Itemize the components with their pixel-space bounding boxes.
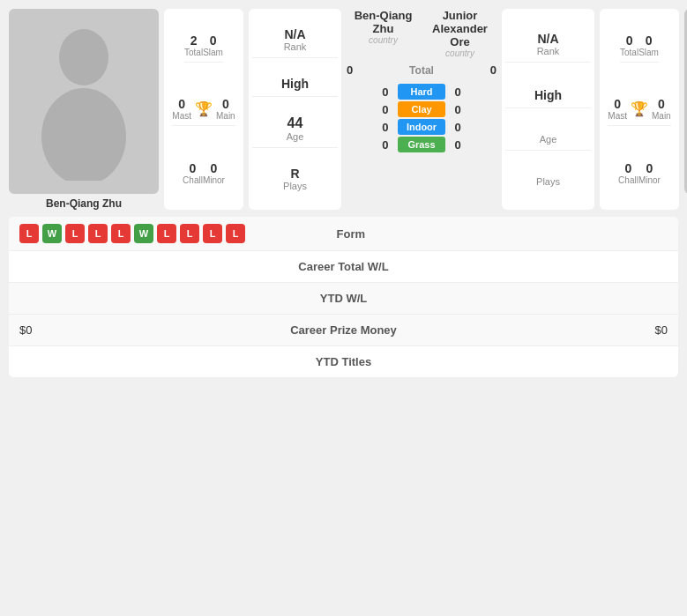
left-chall-stat: 0 Chall [183, 161, 203, 185]
right-stats-chall-minor: 0 Chall 0 Minor [618, 157, 661, 189]
surface-score-right-2: 0 [449, 121, 467, 134]
svg-point-0 [59, 29, 108, 85]
form-row: LWLLLWLLLL Form [9, 217, 678, 251]
right-main-value: 0 [658, 97, 665, 111]
top-section: Ben-Qiang Zhu 2 Total 0 Slam 0 Mast [9, 9, 678, 210]
form-label: Form [245, 227, 457, 241]
center-player-names: Ben-Qiang Zhu country Junior Alexander O… [347, 9, 497, 58]
left-main-value: 0 [222, 97, 229, 111]
right-rank-value: N/A [537, 32, 558, 46]
surface-rows: 0 Hard 0 0 Clay 0 0 Indoor 0 0 Grass 0 [377, 82, 467, 154]
surface-score-right-3: 0 [449, 138, 467, 152]
surface-score-left-2: 0 [377, 121, 394, 134]
ytd-titles-label: YTD Titles [19, 355, 668, 368]
form-badge-3: L [88, 224, 108, 243]
form-badge-8: L [203, 224, 222, 243]
left-minor-stat: 0 Minor [203, 161, 225, 185]
right-chall-value: 0 [625, 161, 632, 175]
center-right-name: Junior Alexander Ore country [423, 9, 497, 58]
form-badge-9: L [226, 224, 245, 243]
left-mast-value: 0 [178, 97, 185, 111]
ytd-titles-row: YTD Titles [9, 346, 678, 377]
surface-badge-hard: Hard [398, 84, 445, 100]
left-plays-value: R [290, 167, 299, 181]
left-chall-label: Chall [183, 175, 203, 185]
left-rank-value: N/A [284, 27, 305, 41]
left-slam-value: 0 [210, 33, 217, 48]
right-mast-stat: 0 Mast [608, 97, 627, 121]
left-high-section: High [252, 71, 338, 97]
left-age-label: Age [287, 131, 304, 142]
ytd-wl-row: YTD W/L [9, 283, 678, 315]
right-mast-value: 0 [614, 97, 621, 111]
left-mast-stat: 0 Mast [172, 97, 191, 121]
right-high-section: High [505, 83, 591, 108]
left-stats-mast-main: 0 Mast 🏆 0 Main [172, 93, 235, 126]
surface-row-grass: 0 Grass 0 [377, 137, 467, 152]
form-badge-1: W [42, 224, 62, 243]
right-mast-label: Mast [608, 111, 627, 121]
surface-score-left-3: 0 [377, 138, 394, 152]
right-rank-label: Rank [537, 46, 560, 56]
left-main-stat: 0 Main [216, 97, 235, 121]
center-right-total: 0 [490, 63, 497, 77]
right-age-label: Age [540, 134, 557, 145]
right-minor-label: Minor [638, 175, 661, 185]
left-minor-label: Minor [203, 175, 225, 185]
right-minor-value: 0 [646, 161, 653, 175]
left-silhouette-icon [31, 22, 137, 181]
right-chall-stat: 0 Chall [618, 161, 638, 185]
right-age-section: Age [505, 129, 591, 151]
left-age-section: 44 Age [252, 110, 338, 148]
form-badge-4: L [111, 224, 131, 243]
right-total-stat: 0 Total [620, 33, 638, 57]
surface-score-right-0: 0 [449, 85, 467, 99]
form-badge-0: L [19, 224, 39, 243]
main-container: Ben-Qiang Zhu 2 Total 0 Slam 0 Mast [0, 0, 687, 386]
right-chall-label: Chall [618, 175, 638, 185]
right-plays-section: Plays [505, 171, 591, 192]
right-stats-total-slam: 0 Total 0 Slam [620, 29, 659, 63]
surface-row-indoor: 0 Indoor 0 [377, 119, 467, 135]
career-prize-row: $0 Career Prize Money $0 [9, 315, 678, 346]
center-panel: Ben-Qiang Zhu country Junior Alexander O… [347, 9, 497, 210]
surface-row-clay: 0 Clay 0 [377, 101, 467, 117]
right-minor-stat: 0 Minor [638, 161, 661, 185]
center-left-name-line2: Zhu [347, 22, 420, 35]
bottom-section: LWLLLWLLLL Form Career Total W/L YTD W/L… [9, 217, 678, 377]
career-prize-right: $0 [655, 323, 668, 337]
form-badge-5: W [134, 224, 153, 243]
right-main-stat: 0 Main [652, 97, 671, 121]
left-mast-label: Mast [172, 111, 191, 121]
left-chall-value: 0 [190, 161, 197, 175]
right-rank-section: N/A Rank [505, 26, 591, 63]
left-plays-section: R Plays [252, 161, 338, 197]
career-total-wl-row: Career Total W/L [9, 251, 678, 283]
left-total-label: Total [184, 48, 203, 57]
left-age-value: 44 [287, 115, 303, 131]
left-main-label: Main [216, 111, 235, 121]
center-total-label: Total [409, 64, 434, 77]
left-info-panel: 2 Total 0 Slam 0 Mast 🏆 0 Main [164, 9, 243, 210]
right-slam-value: 0 [646, 33, 653, 48]
left-player-photo [9, 9, 159, 194]
form-badge-6: L [157, 224, 176, 243]
career-prize-label: Career Prize Money [32, 323, 654, 337]
surface-score-right-1: 0 [449, 103, 467, 116]
left-plays-label: Plays [283, 181, 307, 191]
career-prize-left: $0 [19, 323, 32, 337]
surface-badge-clay: Clay [398, 101, 445, 117]
right-middle-stats: N/A Rank High Age Plays [502, 9, 594, 210]
right-stats-mast-main: 0 Mast 🏆 0 Main [608, 93, 670, 126]
ytd-wl-label: YTD W/L [19, 292, 668, 305]
left-player-name-under-photo: Ben-Qiang Zhu [46, 197, 122, 210]
right-slam-stat: 0 Slam [638, 33, 659, 57]
left-country-label: country [347, 35, 420, 45]
center-left-name: Ben-Qiang Zhu country [347, 9, 420, 45]
right-slam-label: Slam [638, 48, 659, 57]
right-total-value: 0 [626, 33, 633, 48]
surface-badge-indoor: Indoor [398, 119, 445, 135]
form-badge-7: L [180, 224, 199, 243]
left-player-photo-wrapper: Ben-Qiang Zhu [9, 9, 159, 210]
center-left-name-line1: Ben-Qiang [347, 9, 420, 22]
